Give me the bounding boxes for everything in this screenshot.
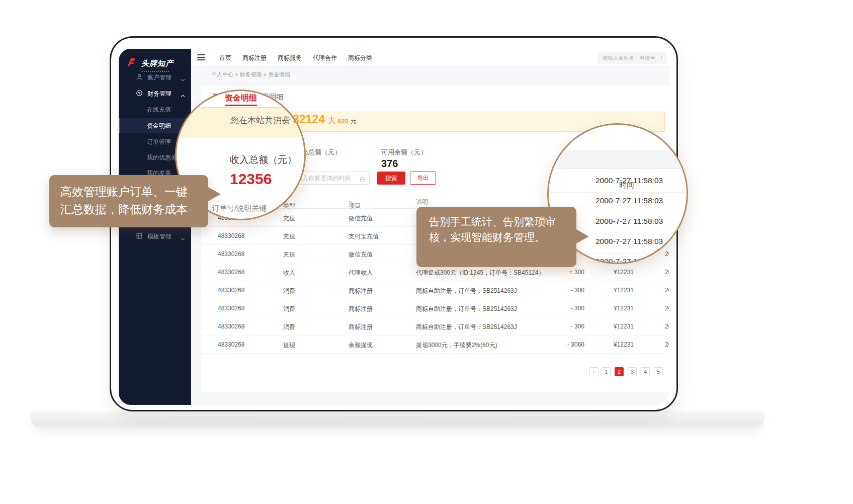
balance-cell: ¥12231 [596, 341, 634, 348]
project-cell: 支付宝充值 [349, 232, 379, 241]
page-4-button[interactable]: 4 [641, 367, 650, 376]
callout-left-arrow [207, 187, 221, 202]
nav-item-home[interactable]: 首页 [219, 54, 231, 62]
sidebar-item-label: 财务管理 [147, 90, 172, 98]
laptop-base [30, 411, 764, 430]
sidebar-item-account[interactable]: 账户管理 [119, 70, 191, 85]
magnified-time-value: 2000-7-27 11:58:03 [595, 217, 663, 226]
order-number-cell: 48330268 [218, 341, 244, 348]
export-button[interactable]: 导出 [410, 172, 436, 185]
type-cell: 消费 [283, 305, 295, 313]
header-project-sortable[interactable]: 项目 [349, 198, 353, 205]
search-input[interactable] [598, 52, 667, 64]
page-3-button[interactable]: 3 [628, 367, 637, 376]
table-row: 48330268 消费 商标注册 商标自助注册，订单号：SB2514263J -… [201, 299, 669, 317]
description-cell: 代理提成300元（ID:1245，订单号：SB45124） [416, 269, 544, 277]
page-1-button[interactable]: 1 [602, 367, 611, 376]
type-cell: 收入 [283, 269, 295, 277]
project-cell: 商标注册 [349, 323, 373, 331]
time-cell: 2000-7-27 11:58:03 [665, 305, 669, 312]
type-cell: 消费 [283, 323, 295, 331]
top-search [598, 52, 667, 64]
pagination: ‹ 1 2 3 4 5 [201, 367, 669, 378]
divider [375, 146, 375, 171]
table-row: 48330268 提现 余额提现 提现3000元，手续费2%(60元) - 30… [201, 335, 669, 354]
divider [549, 192, 688, 193]
order-number-cell: 48330268 [218, 232, 244, 239]
callout-right-arrow [575, 229, 589, 244]
nav-item-trademark-service[interactable]: 商标服务 [278, 54, 302, 62]
notice-unit: 元 [351, 117, 357, 126]
chevron-down-icon [181, 235, 185, 242]
hamburger-menu-icon[interactable] [197, 54, 205, 61]
order-number-cell: 48330268 [218, 305, 244, 312]
sidebar-item-label: 模板管理 [147, 232, 172, 241]
sidebar-item-label: 在线充值 [147, 106, 171, 114]
breadcrumb: 个人中心 > 财务管理 > 资金明细 [211, 71, 290, 78]
table-row: 48330268 消费 商标注册 商标自助注册，订单号：SB2514263J -… [201, 281, 669, 299]
magnified-tab-underline [225, 105, 257, 106]
top-navbar: 首页 商标注册 商标服务 代理合作 商标分类 [191, 49, 669, 67]
balance-cell: ¥12231 [596, 323, 634, 330]
description-cell: 商标自助注册，订单号：SB2514263J [416, 305, 517, 313]
time-cell: 2000-7-27 11:58:03 [665, 323, 669, 330]
logo: 头牌知产 [126, 55, 174, 72]
project-cell: 商标注册 [349, 287, 373, 295]
amount-cell: - 300 [547, 287, 584, 294]
project-cell: 微信充值 [349, 214, 373, 223]
table-row: 48330268 消费 商标注册 商标自助注册，订单号：SB2514263J -… [201, 317, 669, 335]
sidebar-item-online-recharge[interactable]: 在线充值 [119, 102, 191, 117]
description-cell: 商标自助注册，订单号：SB2514263J [416, 323, 517, 331]
page-2-button[interactable]: 2 [615, 367, 624, 376]
magnified-tab-label: 资金明细 [225, 93, 257, 104]
time-cell: 2000-7-27 11:58:03 [665, 269, 669, 276]
balance-cell: ¥12231 [596, 269, 634, 276]
chevron-down-icon [181, 76, 185, 83]
project-cell: 代理收入 [349, 269, 373, 277]
magnified-time-value: 2000-7-27 11:58:03 [595, 176, 663, 185]
magnified-table-header: 订单号/说明关键 [212, 204, 267, 213]
chevron-up-icon [181, 92, 185, 99]
available-balance-label: 可用余额（元） [381, 148, 427, 157]
amount-cell: - 300 [547, 323, 584, 330]
amount-cell: + 300 [547, 269, 584, 276]
project-cell: 余额提现 [349, 341, 373, 350]
amount-cell: - 300 [547, 305, 584, 312]
logo-text: 头牌知产 [141, 59, 174, 68]
order-number-cell: 48330268 [218, 269, 244, 276]
nav-item-agency[interactable]: 代理合作 [313, 54, 337, 62]
type-cell: 充值 [283, 214, 295, 223]
description-cell: 商标自助注册，订单号：SB2514263J [416, 287, 517, 295]
search-button[interactable]: 搜索 [377, 172, 405, 185]
nav-items: 首页 商标注册 商标服务 代理合作 商标分类 [219, 49, 372, 67]
type-cell: 充值 [283, 250, 295, 259]
type-cell: 充值 [283, 232, 295, 241]
notice-amount-small: 820 [337, 117, 349, 125]
template-icon [136, 232, 143, 241]
order-number-cell: 48330268 [218, 287, 244, 294]
finance-icon [136, 90, 143, 98]
sidebar-item-finance[interactable]: 财务管理 [119, 86, 191, 101]
sidebar-item-label: 资金明细 [147, 122, 171, 130]
description-cell: 提现3000元，手续费2%(60元) [416, 341, 497, 350]
sidebar-item-templates[interactable]: 模板管理 [119, 229, 191, 244]
consumption-notice-text: 您在本站共消费 32124 大 820 元 [230, 113, 357, 126]
page-5-button[interactable]: 5 [654, 367, 663, 376]
user-icon [136, 73, 143, 82]
prev-page-button[interactable]: ‹ [589, 367, 599, 376]
magnified-time-value: 2000-7-27 11:58:03 [595, 196, 663, 205]
sidebar-item-label: 我的优惠券 [147, 153, 177, 162]
notice-mid: 大 [327, 115, 336, 126]
notice-prefix: 您在本站共消费 [230, 115, 290, 126]
type-cell: 提现 [283, 341, 295, 350]
callout-left: 高效管理账户订单、一键汇总数据，降低财务成本 [49, 175, 208, 227]
available-balance-value: 376 [381, 158, 398, 170]
magnified-time-header-band: 时间 [549, 150, 688, 169]
order-number-cell: 48330268 [218, 250, 244, 258]
nav-item-trademark-register[interactable]: 商标注册 [242, 54, 267, 62]
header-desc: 说明 [416, 198, 428, 206]
amount-cell: - 3060 [547, 341, 584, 348]
order-number-cell: 48330268 [218, 323, 244, 330]
nav-item-trademark-category[interactable]: 商标分类 [348, 54, 372, 62]
page: 头牌知产 账户管理 [0, 0, 853, 504]
